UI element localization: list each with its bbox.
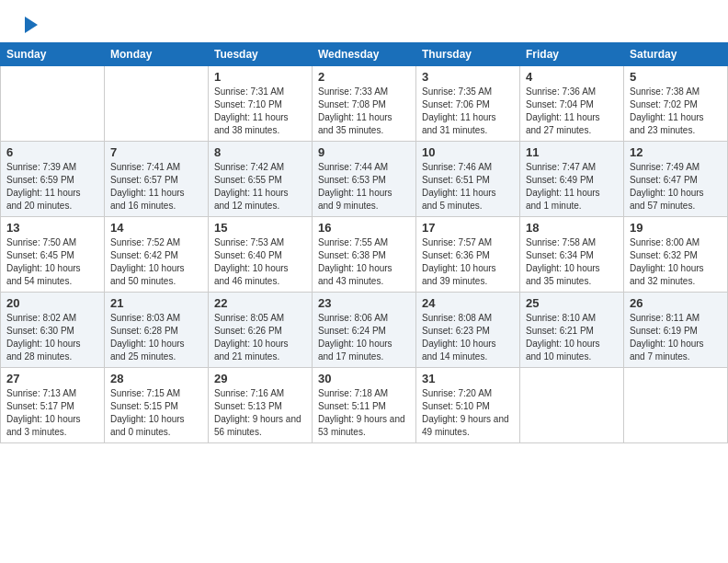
calendar-cell: 20Sunrise: 8:02 AM Sunset: 6:30 PM Dayli… [1,293,105,368]
calendar-cell: 19Sunrise: 8:00 AM Sunset: 6:32 PM Dayli… [624,217,728,293]
calendar-cell [1,66,105,142]
calendar-cell: 3Sunrise: 7:35 AM Sunset: 7:06 PM Daylig… [416,66,520,142]
day-number: 25 [526,296,618,310]
calendar-cell: 6Sunrise: 7:39 AM Sunset: 6:59 PM Daylig… [1,142,105,217]
weekday-header: Saturday [624,43,728,66]
calendar-cell: 27Sunrise: 7:13 AM Sunset: 5:17 PM Dayli… [1,368,105,443]
calendar-cell: 11Sunrise: 7:47 AM Sunset: 6:49 PM Dayli… [520,142,624,217]
calendar-cell: 22Sunrise: 8:05 AM Sunset: 6:26 PM Dayli… [209,293,313,368]
day-info: Sunrise: 8:05 AM Sunset: 6:26 PM Dayligh… [214,312,306,363]
calendar-cell: 8Sunrise: 7:42 AM Sunset: 6:55 PM Daylig… [209,142,313,217]
day-info: Sunrise: 7:39 AM Sunset: 6:59 PM Dayligh… [6,161,98,213]
day-number: 16 [318,221,410,235]
day-number: 1 [214,70,306,84]
calendar-cell: 10Sunrise: 7:46 AM Sunset: 6:51 PM Dayli… [416,142,520,217]
day-number: 15 [214,221,306,235]
day-info: Sunrise: 7:13 AM Sunset: 5:17 PM Dayligh… [6,387,98,439]
day-info: Sunrise: 7:58 AM Sunset: 6:34 PM Dayligh… [526,236,618,288]
day-info: Sunrise: 7:50 AM Sunset: 6:45 PM Dayligh… [6,236,98,288]
calendar-cell: 15Sunrise: 7:53 AM Sunset: 6:40 PM Dayli… [209,217,313,293]
day-number: 31 [422,372,514,385]
day-number: 3 [422,70,514,84]
calendar-week-row: 27Sunrise: 7:13 AM Sunset: 5:17 PM Dayli… [1,368,728,443]
calendar-cell: 23Sunrise: 8:06 AM Sunset: 6:24 PM Dayli… [313,293,416,368]
day-number: 21 [110,296,202,310]
weekday-header: Sunday [1,43,105,66]
day-number: 10 [422,145,514,159]
calendar-cell: 2Sunrise: 7:33 AM Sunset: 7:08 PM Daylig… [313,66,416,142]
day-info: Sunrise: 7:16 AM Sunset: 5:13 PM Dayligh… [214,387,306,439]
day-number: 11 [526,145,618,159]
weekday-header: Thursday [416,43,520,66]
day-number: 7 [110,145,202,159]
day-info: Sunrise: 7:47 AM Sunset: 6:49 PM Dayligh… [526,161,618,213]
day-info: Sunrise: 8:06 AM Sunset: 6:24 PM Dayligh… [318,312,410,363]
day-number: 23 [318,296,410,310]
calendar-cell: 4Sunrise: 7:36 AM Sunset: 7:04 PM Daylig… [520,66,624,142]
day-info: Sunrise: 7:49 AM Sunset: 6:47 PM Dayligh… [630,161,722,213]
weekday-header: Monday [105,43,209,66]
day-number: 4 [526,70,618,84]
day-number: 30 [318,372,410,385]
calendar-cell: 7Sunrise: 7:41 AM Sunset: 6:57 PM Daylig… [105,142,209,217]
calendar-cell: 31Sunrise: 7:20 AM Sunset: 5:10 PM Dayli… [416,368,520,443]
weekday-header: Tuesday [209,43,313,66]
day-number: 12 [630,145,722,159]
day-info: Sunrise: 7:55 AM Sunset: 6:38 PM Dayligh… [318,236,410,288]
calendar-week-row: 20Sunrise: 8:02 AM Sunset: 6:30 PM Dayli… [1,293,728,368]
day-info: Sunrise: 7:42 AM Sunset: 6:55 PM Dayligh… [214,161,306,213]
day-number: 20 [6,296,98,310]
day-info: Sunrise: 8:08 AM Sunset: 6:23 PM Dayligh… [422,312,514,363]
calendar-table: SundayMondayTuesdayWednesdayThursdayFrid… [0,42,728,443]
day-info: Sunrise: 7:53 AM Sunset: 6:40 PM Dayligh… [214,236,306,288]
day-number: 24 [422,296,514,310]
calendar-week-row: 6Sunrise: 7:39 AM Sunset: 6:59 PM Daylig… [1,142,728,217]
day-number: 5 [630,70,722,84]
calendar-cell: 13Sunrise: 7:50 AM Sunset: 6:45 PM Dayli… [1,217,105,293]
day-info: Sunrise: 7:44 AM Sunset: 6:53 PM Dayligh… [318,161,410,213]
day-info: Sunrise: 8:03 AM Sunset: 6:28 PM Dayligh… [110,312,202,363]
day-info: Sunrise: 7:57 AM Sunset: 6:36 PM Dayligh… [422,236,514,288]
calendar-cell [105,66,209,142]
logo [18,15,41,35]
calendar-cell: 12Sunrise: 7:49 AM Sunset: 6:47 PM Dayli… [624,142,728,217]
day-info: Sunrise: 8:10 AM Sunset: 6:21 PM Dayligh… [526,312,618,363]
day-number: 29 [214,372,306,385]
day-number: 14 [110,221,202,235]
calendar-cell: 29Sunrise: 7:16 AM Sunset: 5:13 PM Dayli… [209,368,313,443]
calendar-cell: 28Sunrise: 7:15 AM Sunset: 5:15 PM Dayli… [105,368,209,443]
day-info: Sunrise: 7:20 AM Sunset: 5:10 PM Dayligh… [422,387,514,439]
calendar-cell: 16Sunrise: 7:55 AM Sunset: 6:38 PM Dayli… [313,217,416,293]
day-number: 6 [6,145,98,159]
calendar-header-row: SundayMondayTuesdayWednesdayThursdayFrid… [1,43,728,66]
day-number: 13 [6,221,98,235]
day-info: Sunrise: 7:31 AM Sunset: 7:10 PM Dayligh… [214,86,306,137]
calendar-week-row: 1Sunrise: 7:31 AM Sunset: 7:10 PM Daylig… [1,66,728,142]
logo-arrow-icon [21,15,41,35]
day-info: Sunrise: 7:41 AM Sunset: 6:57 PM Dayligh… [110,161,202,213]
day-number: 17 [422,221,514,235]
day-info: Sunrise: 7:18 AM Sunset: 5:11 PM Dayligh… [318,387,410,439]
day-info: Sunrise: 7:38 AM Sunset: 7:02 PM Dayligh… [630,86,722,137]
calendar-cell: 1Sunrise: 7:31 AM Sunset: 7:10 PM Daylig… [209,66,313,142]
calendar-cell: 26Sunrise: 8:11 AM Sunset: 6:19 PM Dayli… [624,293,728,368]
day-info: Sunrise: 7:46 AM Sunset: 6:51 PM Dayligh… [422,161,514,213]
calendar-cell: 5Sunrise: 7:38 AM Sunset: 7:02 PM Daylig… [624,66,728,142]
calendar-cell: 25Sunrise: 8:10 AM Sunset: 6:21 PM Dayli… [520,293,624,368]
day-number: 27 [6,372,98,385]
day-number: 9 [318,145,410,159]
calendar-cell [520,368,624,443]
calendar-cell [624,368,728,443]
calendar-cell: 24Sunrise: 8:08 AM Sunset: 6:23 PM Dayli… [416,293,520,368]
day-info: Sunrise: 8:00 AM Sunset: 6:32 PM Dayligh… [630,236,722,288]
header [0,0,728,42]
day-number: 8 [214,145,306,159]
day-info: Sunrise: 7:35 AM Sunset: 7:06 PM Dayligh… [422,86,514,137]
calendar-week-row: 13Sunrise: 7:50 AM Sunset: 6:45 PM Dayli… [1,217,728,293]
day-info: Sunrise: 7:15 AM Sunset: 5:15 PM Dayligh… [110,387,202,439]
calendar-cell: 18Sunrise: 7:58 AM Sunset: 6:34 PM Dayli… [520,217,624,293]
svg-marker-0 [25,17,38,33]
weekday-header: Wednesday [313,43,416,66]
calendar-cell: 17Sunrise: 7:57 AM Sunset: 6:36 PM Dayli… [416,217,520,293]
calendar-cell: 14Sunrise: 7:52 AM Sunset: 6:42 PM Dayli… [105,217,209,293]
